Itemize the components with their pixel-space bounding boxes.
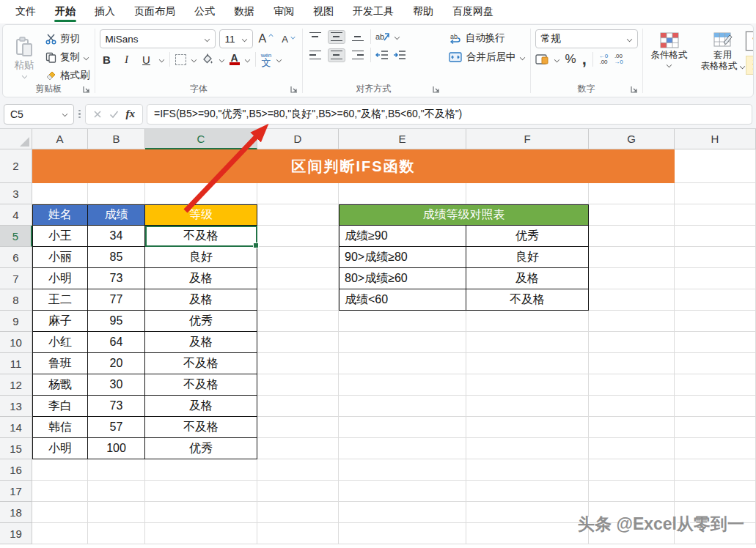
font-dialog-launcher-icon[interactable] (290, 86, 298, 94)
grid-cell[interactable] (466, 417, 589, 438)
cell-c12[interactable]: 不及格 (145, 374, 257, 396)
comma-style-button[interactable]: , (582, 56, 587, 63)
grid-cell[interactable] (675, 149, 756, 183)
grid-cell[interactable] (466, 502, 589, 523)
align-middle-button[interactable] (328, 30, 345, 44)
style-chip-normal[interactable]: 常规 (746, 32, 754, 51)
grid-cell[interactable] (339, 374, 466, 396)
grid-cell[interactable] (675, 396, 756, 417)
row-header-16[interactable]: 16 (0, 459, 32, 481)
orientation-icon[interactable]: ab (375, 31, 390, 42)
grid-cell[interactable] (466, 311, 589, 332)
column-header-c[interactable]: C (145, 129, 257, 149)
grid-cell[interactable] (589, 374, 675, 396)
paste-button[interactable]: 粘贴 (7, 29, 41, 85)
column-header-d[interactable]: D (257, 129, 339, 149)
format-as-table-button[interactable]: 套用 表格格式 (697, 29, 749, 85)
row-header-18[interactable]: 18 (0, 502, 32, 523)
column-header-a[interactable]: A (32, 129, 88, 149)
cell-c14[interactable]: 不及格 (145, 417, 257, 438)
grid-cell[interactable] (675, 438, 756, 459)
cancel-icon[interactable] (93, 110, 102, 119)
grid-cell[interactable] (466, 481, 589, 502)
cell-e7[interactable]: 80>成绩≥60 (339, 268, 466, 289)
row-header-5[interactable]: 5 (0, 226, 32, 247)
score-table-header-name[interactable]: 姓名 (32, 204, 88, 226)
grid-cell[interactable] (589, 183, 675, 204)
grid-cell[interactable] (589, 204, 675, 226)
grid-cell[interactable] (339, 311, 466, 332)
cell-f6[interactable]: 良好 (466, 247, 589, 268)
cell-c13[interactable]: 及格 (145, 396, 257, 417)
grid-cell[interactable] (339, 523, 466, 544)
column-header-b[interactable]: B (88, 129, 145, 149)
grid-cell[interactable] (145, 459, 257, 481)
borders-icon[interactable] (175, 54, 186, 65)
cell-e5[interactable]: 成绩≥90 (339, 226, 466, 247)
phonetic-guide-icon[interactable]: wén文 (261, 52, 272, 67)
cell-a13[interactable]: 李白 (32, 396, 88, 417)
cell-a12[interactable]: 杨戬 (32, 374, 88, 396)
underline-button[interactable]: U (139, 53, 154, 66)
grid-cell[interactable] (339, 183, 466, 204)
grid-cell[interactable] (675, 332, 756, 353)
grid-cell[interactable] (589, 268, 675, 289)
menu-tab-data[interactable]: 数据 (224, 0, 264, 23)
cell-b11[interactable]: 20 (88, 353, 145, 374)
title-banner[interactable]: 区间判断IFS函数 (32, 149, 675, 183)
menu-tab-formulas[interactable]: 公式 (185, 0, 224, 23)
orientation-dropdown-icon[interactable] (394, 34, 400, 39)
row-header-11[interactable]: 11 (0, 353, 32, 374)
cell-a5[interactable]: 小王 (32, 226, 88, 247)
menu-tab-help[interactable]: 帮助 (403, 0, 443, 23)
copy-button[interactable]: 复制 (45, 49, 90, 65)
column-header-g[interactable]: G (589, 129, 675, 149)
cell-c7[interactable]: 及格 (145, 268, 257, 289)
menu-tab-page-layout[interactable]: 页面布局 (125, 0, 185, 23)
grid-cell[interactable] (88, 481, 145, 502)
grid-cell[interactable] (675, 226, 756, 247)
grid-cell[interactable] (589, 353, 675, 374)
cell-a14[interactable]: 韩信 (32, 417, 88, 438)
row-header-12[interactable]: 12 (0, 374, 32, 396)
cell-f5[interactable]: 优秀 (466, 226, 589, 247)
grid-cell[interactable] (675, 247, 756, 268)
increase-font-size-button[interactable]: A (257, 31, 276, 47)
decrease-font-size-button[interactable]: A (279, 32, 298, 46)
grid-cell[interactable] (145, 481, 257, 502)
cell-b10[interactable]: 64 (88, 332, 145, 353)
grid-cell[interactable] (589, 481, 675, 502)
borders-dropdown-icon[interactable] (191, 56, 196, 62)
decrease-indent-icon[interactable] (375, 50, 389, 60)
row-header-13[interactable]: 13 (0, 396, 32, 417)
menu-tab-review[interactable]: 审阅 (264, 0, 304, 23)
grid-cell[interactable] (339, 417, 466, 438)
cell-f8[interactable]: 不及格 (466, 289, 589, 311)
row-header-3[interactable]: 3 (0, 183, 32, 204)
align-bottom-button[interactable] (350, 31, 366, 43)
name-box[interactable]: C5 (4, 104, 74, 125)
grid-cell[interactable] (675, 481, 756, 502)
menu-tab-view[interactable]: 视图 (304, 0, 343, 23)
column-header-h[interactable]: H (675, 129, 756, 149)
row-header-4[interactable]: 4 (0, 204, 32, 226)
cell-b7[interactable]: 73 (88, 268, 145, 289)
grid-cell[interactable] (88, 523, 145, 544)
grid-cell[interactable] (675, 268, 756, 289)
grid-cell[interactable] (589, 417, 675, 438)
grid-cell[interactable] (257, 438, 339, 459)
grid-cell[interactable] (257, 332, 339, 353)
cell-c6[interactable]: 良好 (145, 247, 257, 268)
grid-cell[interactable] (88, 502, 145, 523)
cut-button[interactable]: 剪切 (45, 31, 90, 47)
number-dialog-launcher-icon[interactable] (631, 86, 639, 94)
align-top-button[interactable] (307, 31, 323, 43)
grid-cell[interactable] (32, 523, 88, 544)
grid-cell[interactable] (339, 332, 466, 353)
grid-cell[interactable] (466, 459, 589, 481)
align-center-button[interactable] (328, 48, 345, 62)
row-header-7[interactable]: 7 (0, 268, 32, 289)
cell-b15[interactable]: 100 (88, 438, 145, 459)
row-header-14[interactable]: 14 (0, 417, 32, 438)
cell-e8[interactable]: 成绩<60 (339, 289, 466, 311)
